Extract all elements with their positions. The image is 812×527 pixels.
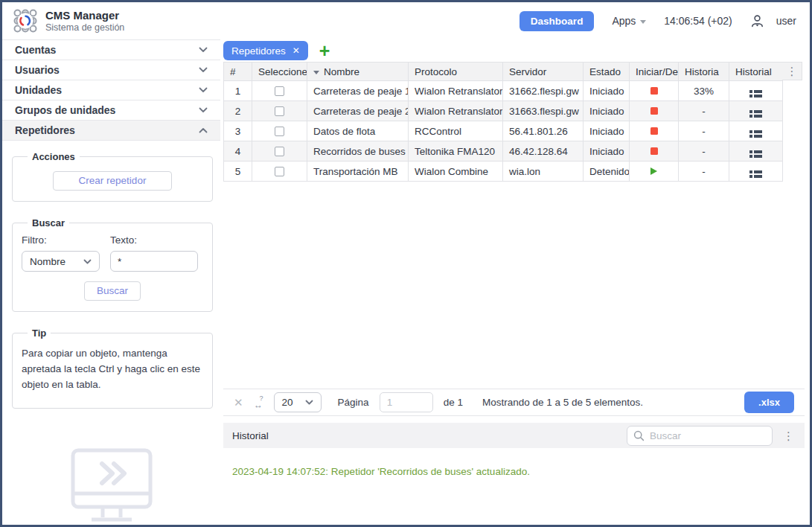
col-historia[interactable]: Historia: [679, 63, 729, 81]
row-checkbox[interactable]: [275, 106, 284, 116]
table-row[interactable]: 1 Carreteras de peaje 1 Wialon Retransla…: [224, 81, 783, 101]
table-row[interactable]: 3 Datos de flota RCControl 56.41.801.26 …: [224, 121, 783, 141]
historial-search-input[interactable]: [627, 426, 773, 446]
cell-protocolo: Wialon Retranslator: [409, 101, 503, 121]
col-seleccione[interactable]: Seleccione: [252, 63, 307, 81]
acciones-legend: Acciones: [28, 151, 80, 162]
column-settings[interactable]: ⋮: [782, 62, 802, 80]
top-header: CMS Manager Sistema de gestión Dashboard…: [2, 2, 810, 39]
cell-estado: Iniciado: [584, 81, 630, 101]
pagination-summary: Mostrando de 1 a 5 de 5 elementos.: [482, 397, 643, 408]
history-list-icon[interactable]: [749, 90, 762, 98]
tab-repetidores[interactable]: Repetidores ✕: [223, 41, 308, 60]
historial-title: Historial: [232, 430, 269, 441]
buscar-panel: Buscar Filtro: Nombre Texto: Buscar: [12, 217, 213, 312]
sidebar: Cuentas Usuarios Unidades Grupos de unid…: [2, 39, 220, 525]
start-button[interactable]: [650, 167, 657, 175]
sort-desc-icon: [313, 71, 319, 74]
page-number-input[interactable]: [380, 392, 433, 412]
dashboard-button[interactable]: Dashboard: [520, 11, 595, 31]
chevron-down-icon: [83, 259, 92, 264]
cell-servidor: 46.42.128.64: [503, 141, 584, 162]
app-subtitle: Sistema de gestión: [45, 22, 124, 33]
col-nombre[interactable]: Nombre: [307, 63, 409, 81]
table-row[interactable]: 2 Carreteras de peaje 2 Wialon Retransla…: [224, 101, 783, 121]
cell-nombre: Datos de flota: [307, 121, 409, 141]
texto-input[interactable]: [110, 251, 198, 272]
sidebar-item-cuentas[interactable]: Cuentas: [2, 40, 220, 60]
historial-search: [627, 426, 773, 446]
history-list-icon[interactable]: [749, 110, 762, 118]
chevron-icon: [199, 107, 208, 113]
row-checkbox[interactable]: [275, 86, 284, 96]
row-checkbox[interactable]: [275, 127, 284, 136]
sidebar-item-repetidores[interactable]: Repetidores: [2, 121, 220, 141]
crear-repetidor-button[interactable]: Crear repetidor: [53, 171, 172, 191]
stop-button[interactable]: [650, 107, 658, 115]
sidebar-item-grupos-de-unidades[interactable]: Grupos de unidades: [2, 100, 220, 121]
history-list-icon[interactable]: [749, 130, 762, 138]
stop-button[interactable]: [650, 147, 658, 155]
sidebar-accordion: Cuentas Usuarios Unidades Grupos de unid…: [2, 39, 220, 141]
filtro-selected-value: Nombre: [30, 256, 65, 267]
cell-servidor: 31662.flespi.gw: [503, 81, 584, 101]
tip-text: Para copiar un objeto, mantenga apretada…: [22, 346, 203, 393]
sidebar-item-usuarios[interactable]: Usuarios: [2, 60, 220, 80]
cell-servidor: 31663.flespi.gw: [503, 101, 584, 121]
cell-servidor: 56.41.801.26: [503, 121, 584, 141]
tab-close-icon[interactable]: ✕: [292, 46, 300, 55]
tip-panel: Tip Para copiar un objeto, mantenga apre…: [12, 328, 213, 409]
col-servidor[interactable]: Servidor: [503, 63, 584, 81]
cell-nombre: Recorridos de buses: [307, 141, 409, 162]
buscar-button[interactable]: Buscar: [84, 281, 141, 301]
historial-header: Historial ⋮: [223, 423, 805, 448]
cell-nombre: Carreteras de peaje 2: [307, 101, 409, 121]
col-iniciar-det[interactable]: Iniciar/Det: [630, 63, 679, 81]
cell-nombre: Carreteras de peaje 1: [307, 81, 409, 101]
sidebar-item-unidades[interactable]: Unidades: [2, 80, 220, 100]
clock: 14:06:54 (+02): [664, 15, 732, 27]
kebab-menu-icon[interactable]: ⋮: [787, 66, 798, 77]
history-list-icon[interactable]: [749, 150, 762, 158]
stop-button[interactable]: [650, 87, 658, 95]
tip-legend: Tip: [28, 328, 51, 339]
historial-menu-icon[interactable]: ⋮: [783, 430, 794, 441]
export-xlsx-button[interactable]: .xlsx: [744, 392, 794, 413]
table-row[interactable]: 5 Transportación MB Wialon Combine wia.l…: [224, 162, 783, 182]
chevron-icon: [199, 47, 208, 53]
row-number: 3: [224, 121, 252, 141]
col-historial[interactable]: Historial: [729, 63, 783, 81]
pagina-label: Página: [338, 397, 369, 408]
cell-estado: Iniciado: [584, 141, 630, 162]
apps-menu[interactable]: Apps: [612, 15, 646, 27]
chevron-down-icon: [305, 400, 313, 405]
row-number: 2: [224, 101, 252, 121]
user-name: user: [776, 15, 796, 27]
filtro-select[interactable]: Nombre: [22, 251, 100, 272]
brand: CMS Manager Sistema de gestión: [13, 8, 124, 33]
chevron-icon: [199, 87, 208, 93]
fit-columns-icon[interactable]: ?↔: [254, 395, 263, 409]
user-menu[interactable]: user: [750, 14, 796, 28]
add-tab-button[interactable]: +: [319, 42, 330, 60]
row-checkbox[interactable]: [275, 147, 284, 156]
page-size-select[interactable]: 20: [274, 392, 322, 412]
historial-log-entry: 2023-04-19 14:07:52: Repetidor 'Recorrid…: [232, 466, 530, 477]
history-list-icon[interactable]: [749, 170, 762, 178]
col-protocolo[interactable]: Protocolo: [409, 63, 503, 81]
buscar-legend: Buscar: [28, 217, 69, 229]
row-number: 1: [224, 81, 252, 101]
row-checkbox[interactable]: [275, 167, 284, 176]
table-row[interactable]: 4 Recorridos de buses Teltonika FMA120 4…: [224, 141, 783, 162]
col-num[interactable]: #: [224, 63, 252, 81]
monitor-illustration: [2, 447, 220, 527]
main-panel: Repetidores ✕ + # Seleccione Nombre Prot…: [220, 39, 810, 525]
col-estado[interactable]: Estado: [584, 63, 630, 81]
row-number: 4: [224, 141, 252, 162]
cell-protocolo: Wialon Combine: [409, 162, 503, 182]
clear-selection-icon[interactable]: ✕: [234, 396, 243, 409]
stop-button[interactable]: [650, 127, 658, 135]
cell-protocolo: Teltonika FMA120: [409, 141, 503, 162]
repetidores-table: # Seleccione Nombre Protocolo Servidor E…: [223, 62, 783, 182]
row-number: 5: [224, 162, 252, 182]
